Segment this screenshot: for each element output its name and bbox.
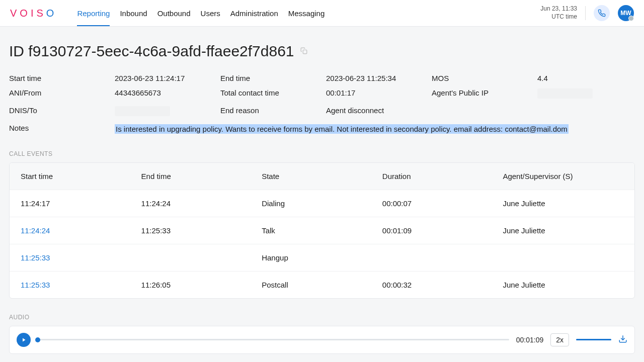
cell-start-time[interactable]: 11:25:33 — [21, 253, 141, 262]
playback-speed[interactable]: 2x — [550, 333, 569, 346]
cell-state: Postcall — [262, 281, 382, 289]
cell-start-time[interactable]: 11:25:33 — [21, 281, 141, 289]
avatar-initials: MW — [620, 10, 631, 17]
end-time-value: 2023-06-23 11:25:34 — [326, 74, 432, 82]
play-icon — [21, 337, 27, 343]
mos-value: 4.4 — [537, 74, 635, 82]
total-contact-label: Total contact time — [220, 88, 326, 100]
cell-start-time[interactable]: 11:24:24 — [21, 226, 141, 235]
end-time-label: End time — [220, 74, 326, 82]
audio-duration: 00:01:09 — [516, 336, 544, 344]
copy-icon[interactable] — [300, 47, 307, 56]
header-time: Jun 23, 11:33 UTC time — [540, 5, 577, 21]
cell-duration: 00:01:09 — [382, 226, 503, 235]
nav-item-users[interactable]: Users — [201, 1, 220, 26]
dialer-button[interactable] — [594, 5, 610, 21]
nav-item-outbound[interactable]: Outbound — [157, 1, 191, 26]
table-header-row: Start timeEnd timeStateDurationAgent/Sup… — [10, 163, 634, 190]
table-row: 11:25:33Hangup — [10, 244, 634, 272]
cell-end-time: 11:26:05 — [141, 281, 262, 289]
cell-agent: June Juliette — [503, 226, 623, 235]
date-line: Jun 23, 11:33 — [540, 5, 577, 13]
column-header: Agent/Supervisor (S) — [503, 172, 623, 180]
cell-start-time: 11:24:17 — [21, 199, 141, 208]
cell-agent: June Juliette — [503, 199, 623, 208]
start-time-label: Start time — [9, 74, 115, 82]
progress-handle[interactable] — [35, 337, 40, 342]
audio-heading: AUDIO — [9, 314, 635, 321]
download-button[interactable] — [618, 334, 627, 345]
brand-logo: VOISO — [10, 8, 57, 19]
nav-item-inbound[interactable]: Inbound — [120, 1, 147, 26]
table-row: 11:24:1711:24:24Dialing00:00:07June Juli… — [10, 190, 634, 217]
nav-item-reporting[interactable]: Reporting — [77, 1, 110, 26]
audio-progress[interactable] — [38, 339, 509, 340]
cell-duration — [382, 253, 503, 262]
svg-rect-0 — [303, 50, 307, 54]
cell-state: Hangup — [262, 253, 382, 262]
notes-label: Notes — [9, 124, 115, 132]
dnis-value — [115, 106, 220, 118]
agent-ip-label: Agent's Public IP — [432, 88, 537, 100]
app-header: VOISO ReportingInboundOutboundUsersAdmin… — [0, 0, 644, 27]
nav-item-messaging[interactable]: Messaging — [288, 1, 325, 26]
cell-state: Talk — [262, 226, 382, 235]
table-row: 11:24:2411:25:33Talk00:01:09June Juliett… — [10, 217, 634, 244]
nav-item-administration[interactable]: Administration — [230, 1, 278, 26]
cell-end-time: 11:24:24 — [141, 199, 262, 208]
ani-value: 44343665673 — [115, 88, 220, 100]
tz-line: UTC time — [540, 13, 577, 21]
call-events-table: Start timeEnd timeStateDurationAgent/Sup… — [9, 162, 635, 299]
audio-player: 00:01:09 2x — [9, 326, 635, 354]
column-header: End time — [141, 172, 262, 180]
agent-ip-value — [537, 88, 635, 100]
cell-agent — [503, 253, 623, 262]
start-time-value: 2023-06-23 11:24:17 — [115, 74, 220, 82]
cell-end-time — [141, 253, 262, 262]
total-contact-value: 00:01:17 — [326, 88, 432, 100]
meta-grid: Start time 2023-06-23 11:24:17 End time … — [9, 74, 635, 118]
table-row: 11:25:3311:26:05Postcall00:00:32June Jul… — [10, 272, 634, 298]
column-header: Duration — [382, 172, 503, 180]
divider — [585, 6, 586, 20]
end-reason-value: Agent disconnect — [326, 106, 432, 118]
cell-state: Dialing — [262, 199, 382, 208]
cell-duration: 00:00:07 — [382, 199, 503, 208]
cell-duration: 00:00:32 — [382, 281, 503, 289]
call-events-heading: CALL EVENTS — [9, 150, 635, 157]
play-button[interactable] — [17, 333, 31, 347]
download-icon — [618, 334, 627, 343]
column-header: Start time — [21, 172, 141, 180]
notes-value: Is interested in upgrading policy. Wants… — [115, 124, 569, 134]
phone-icon — [598, 9, 606, 17]
column-header: State — [262, 172, 382, 180]
main-nav: ReportingInboundOutboundUsersAdministrat… — [77, 1, 540, 26]
user-avatar[interactable]: MW — [618, 5, 634, 21]
ani-label: ANI/From — [9, 88, 115, 100]
cell-end-time: 11:25:33 — [141, 226, 262, 235]
dnis-label: DNIS/To — [9, 106, 115, 118]
mos-label: MOS — [432, 74, 537, 82]
volume-slider[interactable] — [576, 339, 611, 340]
end-reason-label: End reason — [220, 106, 326, 118]
page-title: ID f9130727-5eec-4c6a-9afd-ffaee2f7d861 — [9, 43, 294, 60]
notes-value-wrap: Is interested in upgrading policy. Wants… — [115, 124, 635, 135]
cell-agent: June Juliette — [503, 281, 623, 289]
